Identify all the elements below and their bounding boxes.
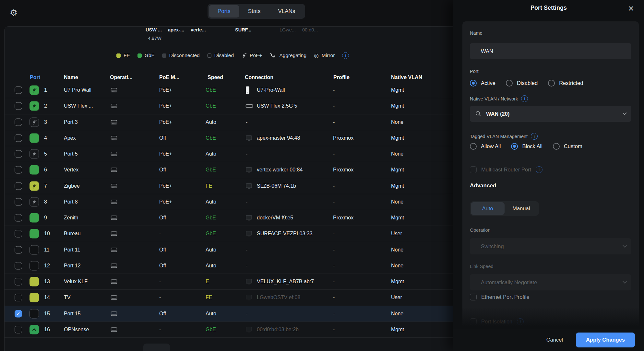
port-number: 14 (44, 295, 50, 300)
radio-restricted[interactable]: Restricted (548, 80, 583, 87)
ethernet-port-profile-checkbox-row[interactable]: Ethernet Port Profile (470, 294, 530, 300)
column-header-port[interactable]: Port (30, 73, 40, 82)
mode-auto[interactable]: Auto (471, 202, 505, 215)
native-vlan-info-icon[interactable]: i (521, 95, 528, 102)
native-vlan-select[interactable]: WAN (20) (470, 106, 631, 122)
name-label: Name (470, 30, 483, 36)
profile: - (333, 151, 335, 157)
column-header-connection[interactable]: Connection (245, 73, 273, 82)
port-isolation-checkbox-row[interactable]: Port Isolation i (470, 318, 524, 325)
row-checkbox[interactable] (15, 182, 22, 190)
port-isolation-checkbox[interactable] (470, 318, 477, 325)
multicast-checkbox[interactable] (470, 166, 477, 173)
legend-info-icon[interactable]: i (342, 52, 349, 59)
mode-manual[interactable]: Manual (505, 202, 538, 215)
row-checkbox[interactable] (15, 87, 22, 94)
profile: - (333, 311, 335, 317)
column-header-profile[interactable]: Profile (333, 73, 350, 82)
legend-item-info[interactable]: i (342, 52, 349, 59)
port-isolation-label: Port Isolation (481, 319, 512, 325)
row-checkbox[interactable] (15, 214, 22, 222)
advanced-heading: Advanced (470, 182, 496, 189)
row-checkbox[interactable] (15, 134, 22, 142)
profile: - (333, 231, 335, 237)
ethernet-profile-checkbox[interactable] (470, 294, 477, 300)
native-vlan: User (391, 295, 402, 300)
port-status-icon (30, 309, 39, 318)
port-name: Zenith (64, 215, 78, 221)
radio-custom[interactable]: Custom (553, 143, 582, 150)
operation-switching-icon (110, 167, 118, 173)
column-header-operation[interactable]: Operati... (110, 73, 132, 82)
legend-item-agg: Aggregating (269, 53, 306, 58)
port-number: 3 (44, 119, 47, 125)
row-checkbox[interactable] (15, 294, 22, 301)
poe-mode: Off (159, 167, 166, 173)
multicast-router-port-checkbox-row[interactable]: Multicast Router Port i (470, 166, 543, 173)
radio-allow-all[interactable]: Allow All (470, 143, 501, 150)
poe-bolt-icon (241, 53, 247, 58)
settings-gear-icon[interactable]: ⚙ (7, 6, 20, 19)
row-checkbox[interactable] (15, 166, 22, 174)
connection-device-icon (245, 135, 252, 141)
radio-allow-all-label: Allow All (481, 143, 501, 149)
connection-name: apex-master 94:48 (257, 135, 300, 141)
tab-stats[interactable]: Stats (239, 5, 269, 18)
close-icon[interactable]: × (625, 3, 637, 14)
pagination-button-partial[interactable] (143, 344, 170, 351)
poe-mode: PoE+ (159, 199, 172, 205)
port-status-icon (30, 213, 39, 223)
fe-swatch (116, 53, 121, 58)
profile: Proxmox (333, 215, 353, 221)
port-name: Zigbee (64, 183, 80, 189)
radio-disabled[interactable]: Disabled (506, 80, 538, 87)
row-checkbox[interactable] (15, 102, 22, 110)
tab-vlans[interactable]: VLANs (269, 5, 304, 18)
aggregating-icon (269, 53, 276, 58)
speed: Auto (206, 247, 216, 253)
row-checkbox[interactable] (15, 150, 22, 158)
port-settings-drawer: Port Settings × Name Port Active Disable… (453, 0, 644, 351)
drawer-title: Port Settings (453, 5, 644, 11)
column-header-native-vlan[interactable]: Native VLAN (391, 73, 422, 82)
port-status-icon (30, 149, 39, 159)
unifi-ports-screen: ⚙ Ports Stats VLANs USW ...apex-...verte… (0, 0, 644, 351)
row-checkbox[interactable] (15, 230, 22, 238)
poe-mode: PoE+ (159, 103, 172, 109)
column-header-speed[interactable]: Speed (208, 73, 223, 82)
tagged-vlan-radio-group: Allow All Block All Custom (470, 143, 582, 150)
column-header-poe-mode[interactable]: PoE M... (159, 73, 179, 82)
row-checkbox[interactable] (15, 198, 22, 205)
poe-mode: Off (159, 311, 166, 317)
name-input[interactable] (470, 43, 631, 59)
speed: GbE (206, 215, 216, 221)
row-checkbox[interactable] (15, 118, 22, 126)
connection-name: - (246, 199, 247, 205)
connection-name: SLZB-06M 74:1b (257, 183, 296, 189)
operation-switching-icon (110, 103, 118, 109)
radio-disabled-circle (506, 80, 513, 87)
row-checkbox[interactable] (15, 246, 22, 253)
tagged-vlan-info-icon[interactable]: i (531, 133, 538, 140)
native-vlan-label-row: Native VLAN / Network i (470, 95, 528, 102)
port-isolation-info-icon[interactable]: i (517, 318, 524, 325)
port-number: 13 (44, 279, 50, 285)
speed: GbE (206, 231, 216, 237)
cancel-button[interactable]: Cancel (546, 337, 563, 343)
column-header-name[interactable]: Name (64, 73, 78, 82)
row-checkbox[interactable] (15, 262, 22, 269)
row-checkbox[interactable] (15, 278, 22, 286)
multicast-info-icon[interactable]: i (536, 166, 543, 173)
connection-name: U7-Pro-Wall (257, 87, 285, 93)
port-name: Port 11 (64, 247, 80, 253)
radio-block-all[interactable]: Block All (511, 143, 542, 150)
apply-changes-button[interactable]: Apply Changes (576, 333, 635, 347)
operation-label: Operation (470, 228, 491, 233)
legend-item-gbe: GbE (137, 53, 155, 58)
radio-active[interactable]: Active (470, 80, 495, 87)
speed: Auto (206, 151, 216, 157)
port-number: 10 (44, 231, 50, 237)
tab-ports[interactable]: Ports (209, 5, 239, 18)
row-checkbox[interactable]: ✓ (15, 310, 22, 317)
row-checkbox[interactable] (15, 326, 22, 333)
